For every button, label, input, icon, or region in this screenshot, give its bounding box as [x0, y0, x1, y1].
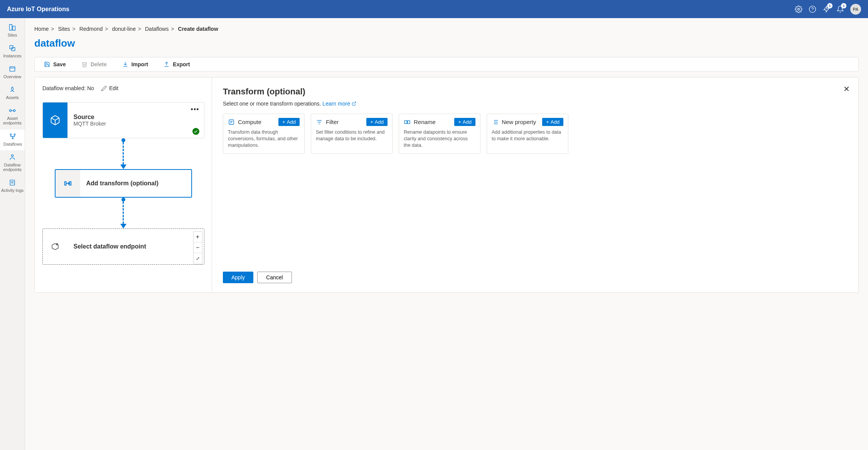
notifications-icon[interactable]: 1 — [836, 5, 844, 13]
svg-point-15 — [12, 154, 13, 156]
list-icon — [492, 119, 499, 126]
svg-line-27 — [354, 102, 356, 104]
sidebar-label: Dataflow endpoints — [1, 163, 24, 172]
breadcrumb-item[interactable]: Redmond — [79, 26, 103, 32]
edit-button[interactable]: Edit — [101, 85, 118, 91]
sidebar-item-asset-endpoints[interactable]: Asset endpoints — [0, 104, 25, 129]
breadcrumb-item[interactable]: Sites — [58, 26, 70, 32]
apply-button[interactable]: Apply — [223, 272, 253, 283]
app-header: Azure IoT Operations 1 1 PA — [0, 0, 868, 18]
breadcrumb-item[interactable]: donut-line — [112, 26, 136, 32]
svg-rect-32 — [405, 121, 407, 124]
svg-point-26 — [56, 243, 58, 245]
breadcrumb: Home> Sites> Redmond> donut-line> Datafl… — [34, 26, 859, 32]
filter-icon — [316, 119, 323, 126]
import-button[interactable]: Import — [122, 61, 148, 67]
content-card: Dataflow enabled: No Edit Source — [34, 77, 859, 293]
breadcrumb-item[interactable]: Dataflows — [145, 26, 169, 32]
save-label: Save — [53, 61, 66, 67]
svg-rect-24 — [64, 181, 66, 185]
export-label: Export — [173, 61, 190, 67]
zoom-out-button[interactable]: − — [194, 242, 202, 253]
sidebar-label: Activity logs — [1, 188, 24, 193]
source-title: Source — [74, 114, 198, 121]
add-new-property-button[interactable]: + Add — [542, 118, 563, 126]
sidebar-label: Asset endpoints — [1, 116, 24, 125]
transform-title: Add transform (optional) — [80, 180, 165, 187]
panel-subtitle: Select one or more transform operations.… — [223, 101, 848, 107]
svg-rect-6 — [12, 47, 15, 50]
svg-rect-3 — [10, 25, 12, 30]
rename-label: Rename — [414, 119, 436, 125]
add-filter-button[interactable]: + Add — [366, 118, 388, 126]
delete-label: Delete — [91, 61, 107, 67]
app-title: Azure IoT Operations — [7, 6, 69, 13]
page-title: dataflow — [34, 37, 859, 49]
transform-panel: ✕ Transform (optional) Select one or mor… — [212, 77, 858, 292]
zoom-fit-button[interactable]: ⤢ — [194, 253, 202, 264]
close-icon[interactable]: ✕ — [843, 84, 850, 94]
destination-title: Select dataflow endpoint — [67, 243, 152, 250]
new-property-desc: Add additional properties to data to mak… — [492, 129, 563, 142]
add-compute-button[interactable]: + Add — [278, 118, 300, 126]
enable-label: Dataflow enabled: No — [42, 85, 94, 91]
enable-row: Dataflow enabled: No Edit — [42, 85, 204, 91]
export-button[interactable]: Export — [163, 61, 190, 67]
sidebar: Sites Instances Overview Assets Asset en… — [0, 18, 25, 450]
svg-rect-5 — [10, 45, 13, 49]
cube-icon — [43, 102, 67, 138]
svg-point-1 — [809, 6, 816, 12]
sidebar-item-instances[interactable]: Instances — [0, 41, 25, 62]
connector — [123, 138, 124, 169]
rename-icon — [404, 119, 411, 126]
breadcrumb-current: Create dataflow — [178, 26, 218, 32]
diagnostics-icon[interactable]: 1 — [822, 5, 830, 13]
svg-rect-28 — [229, 120, 234, 124]
sidebar-label: Assets — [6, 95, 19, 100]
node-menu-icon[interactable]: ••• — [191, 106, 199, 114]
check-icon — [192, 128, 199, 135]
destination-node[interactable]: Select dataflow endpoint + − ⤢ — [42, 228, 204, 265]
sidebar-label: Instances — [3, 54, 21, 58]
svg-rect-7 — [10, 67, 15, 71]
zoom-controls: + − ⤢ — [193, 231, 202, 264]
compute-icon — [228, 119, 235, 126]
sidebar-item-dataflows[interactable]: Dataflows — [0, 129, 25, 150]
transform-node[interactable]: Add transform (optional) — [55, 169, 192, 198]
sidebar-item-activity-logs[interactable]: Activity logs — [0, 176, 25, 196]
flow-canvas: Source MQTT Broker ••• — [42, 102, 204, 265]
sidebar-item-dataflow-endpoints[interactable]: Dataflow endpoints — [0, 150, 25, 176]
add-rename-button[interactable]: + Add — [454, 118, 475, 126]
source-node[interactable]: Source MQTT Broker ••• — [42, 102, 204, 138]
notifications-badge: 1 — [841, 3, 846, 8]
transform-cards: Compute + Add Transform data through con… — [223, 114, 848, 154]
svg-point-9 — [10, 110, 12, 112]
filter-desc: Set filter conditions to refine and mana… — [316, 129, 388, 142]
breadcrumb-item[interactable]: Home — [34, 26, 49, 32]
sidebar-item-overview[interactable]: Overview — [0, 62, 25, 83]
sidebar-item-assets[interactable]: Assets — [0, 83, 25, 104]
svg-rect-33 — [408, 121, 410, 124]
sidebar-label: Overview — [3, 74, 21, 79]
svg-point-14 — [12, 138, 13, 139]
settings-icon[interactable] — [795, 5, 802, 13]
zoom-in-button[interactable]: + — [194, 232, 202, 242]
new-property-card: New property + Add Add additional proper… — [487, 114, 568, 154]
header-actions: 1 1 PA — [795, 4, 861, 15]
compute-card: Compute + Add Transform data through con… — [223, 114, 305, 154]
import-label: Import — [131, 61, 148, 67]
sidebar-label: Dataflows — [3, 142, 22, 146]
save-button[interactable]: Save — [44, 61, 66, 67]
filter-label: Filter — [326, 119, 339, 125]
cancel-button[interactable]: Cancel — [257, 272, 292, 283]
learn-more-link[interactable]: Learn more — [322, 101, 356, 107]
connector — [123, 198, 124, 228]
svg-point-12 — [10, 134, 11, 135]
sidebar-item-sites[interactable]: Sites — [0, 20, 25, 41]
user-avatar[interactable]: PA — [850, 4, 861, 15]
help-icon[interactable] — [809, 5, 816, 13]
sidebar-label: Sites — [8, 33, 17, 37]
delete-button: Delete — [81, 61, 107, 67]
endpoint-icon — [43, 229, 67, 264]
rename-card: Rename + Add Rename datapoints to ensure… — [399, 114, 480, 154]
